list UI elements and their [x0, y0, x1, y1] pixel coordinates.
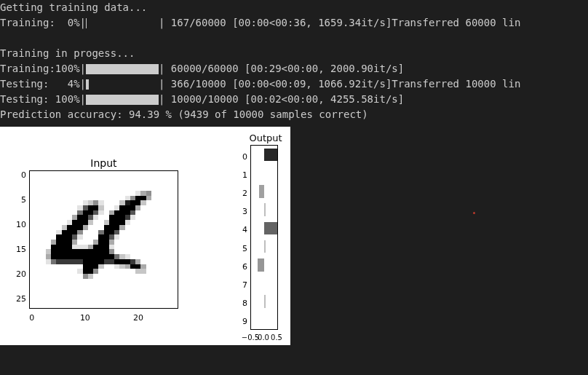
progress-stats: | 167/60000 [00:00<00:36, 1659.34it/s]Tr…	[159, 15, 520, 31]
log-line: Getting training data...	[0, 0, 588, 15]
progress-line: Training:100%| | 60000/60000 [00:29<00:0…	[0, 61, 588, 76]
log-line	[0, 31, 588, 46]
progress-stats: | 60000/60000 [00:29<00:00, 2000.90it/s]	[159, 61, 404, 76]
output-plot-axes	[250, 145, 278, 330]
terminal-output: Getting training data... Training: 0%| |…	[0, 0, 588, 122]
xtick-label: 10	[74, 310, 96, 325]
progress-label: Testing: 4%|	[0, 76, 86, 92]
progress-line: Testing: 100%| | 10000/10000 [00:02<00:0…	[0, 92, 588, 107]
output-bar	[264, 149, 278, 162]
output-bar	[264, 240, 266, 253]
output-ytick-label: 4	[239, 222, 247, 237]
ytick-label: 25	[4, 291, 26, 307]
progress-label: Testing: 100%|	[0, 92, 86, 107]
output-ytick-label: 3	[239, 204, 247, 219]
output-bar	[259, 185, 264, 198]
output-plot-title: Output	[244, 130, 287, 146]
output-ytick-label: 1	[239, 167, 247, 183]
ytick-label: 5	[4, 192, 26, 208]
progress-stats: | 366/10000 [00:00<00:09, 1066.92it/s]Tr…	[159, 76, 520, 92]
progress-label: Training:100%|	[0, 61, 86, 76]
ytick-label: 10	[4, 217, 26, 232]
output-xtick-label: 0.5	[262, 330, 291, 345]
ytick-label: 0	[4, 167, 26, 183]
output-ytick-label: 5	[239, 241, 247, 256]
progress-bar	[86, 79, 159, 90]
output-ytick-label: 0	[239, 149, 247, 165]
ytick-label: 15	[4, 242, 26, 257]
output-ytick-label: 2	[239, 186, 247, 201]
matplotlib-figure: Input 0510152025 01020 Output 0123456789…	[0, 127, 290, 345]
output-bar	[258, 258, 264, 272]
input-digit-image	[30, 171, 178, 308]
input-plot-title: Input	[29, 156, 178, 171]
progress-line: Training: 0%| | 167/60000 [00:00<00:36, …	[0, 15, 588, 31]
output-ytick-label: 6	[239, 259, 247, 275]
progress-bar	[86, 18, 159, 28]
output-bar	[264, 222, 277, 235]
output-ytick-label: 8	[239, 296, 247, 311]
progress-bar	[86, 64, 159, 74]
log-line: Training in progess...	[0, 46, 588, 61]
output-bar	[264, 203, 266, 216]
xtick-label: 0	[21, 310, 43, 325]
output-bar	[264, 295, 266, 308]
input-plot-axes	[29, 170, 178, 309]
progress-stats: | 10000/10000 [00:02<00:00, 4255.58it/s]	[159, 92, 404, 107]
progress-bar	[86, 95, 159, 105]
ytick-label: 20	[4, 267, 26, 282]
progress-label: Training: 0%|	[0, 15, 86, 31]
output-ytick-label: 9	[239, 314, 247, 329]
xtick-label: 20	[127, 310, 149, 325]
progress-line: Testing: 4%| | 366/10000 [00:00<00:09, 1…	[0, 76, 588, 92]
accuracy-line: Prediction accuracy: 94.39 % (9439 of 10…	[0, 107, 588, 122]
output-ytick-label: 7	[239, 277, 247, 293]
cursor-dot-icon	[473, 212, 475, 214]
